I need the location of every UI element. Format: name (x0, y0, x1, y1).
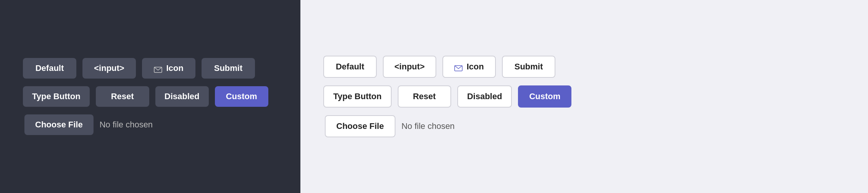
light-icon-button[interactable]: Icon (442, 56, 496, 78)
dark-file-row: Choose File No file chosen (23, 114, 278, 135)
light-choose-file-button[interactable]: Choose File (325, 115, 395, 137)
dark-row-2: Type Button Reset Disabled Custom (23, 86, 278, 107)
dark-default-button[interactable]: Default (23, 58, 76, 79)
light-panel: Default <input> Icon Submit Type Button … (300, 0, 868, 193)
light-default-button[interactable]: Default (323, 56, 377, 78)
light-no-file-label: No file chosen (402, 121, 455, 131)
dark-submit-button[interactable]: Submit (202, 58, 255, 79)
dark-reset-button[interactable]: Reset (96, 86, 149, 107)
light-disabled-button[interactable]: Disabled (457, 85, 512, 108)
light-row-2: Type Button Reset Disabled Custom (323, 85, 845, 108)
dark-disabled-button[interactable]: Disabled (155, 86, 209, 107)
light-reset-button[interactable]: Reset (398, 85, 451, 108)
light-file-row: Choose File No file chosen (323, 115, 845, 137)
envelope-icon (154, 65, 162, 71)
dark-type-button[interactable]: Type Button (23, 86, 90, 107)
dark-panel: Default <input> Icon Submit Type Button … (0, 0, 300, 193)
dark-icon-button[interactable]: Icon (142, 58, 195, 79)
light-submit-button[interactable]: Submit (502, 56, 555, 78)
light-type-button[interactable]: Type Button (323, 85, 392, 108)
envelope-icon (454, 64, 463, 70)
light-row-1: Default <input> Icon Submit (323, 56, 845, 78)
light-input-button[interactable]: <input> (383, 56, 436, 78)
dark-custom-button[interactable]: Custom (215, 86, 268, 107)
dark-no-file-label: No file chosen (100, 120, 153, 130)
dark-choose-file-button[interactable]: Choose File (24, 114, 94, 135)
dark-row-1: Default <input> Icon Submit (23, 58, 278, 79)
light-custom-button[interactable]: Custom (518, 85, 571, 108)
dark-input-button[interactable]: <input> (82, 58, 136, 79)
